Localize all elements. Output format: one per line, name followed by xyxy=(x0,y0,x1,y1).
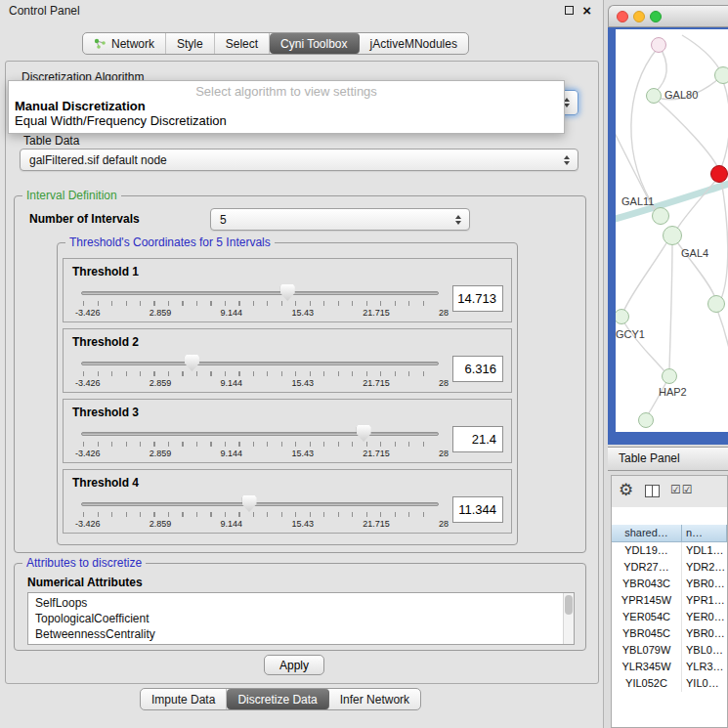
apply-button[interactable]: Apply xyxy=(264,655,324,675)
threshold-slider[interactable]: -3.4262.8599.14415.4321.71528 xyxy=(81,495,439,533)
table-row[interactable]: YDL19…YDL1… xyxy=(612,542,727,559)
network-node-gal4[interactable] xyxy=(663,226,682,245)
tab-cyni-toolbox[interactable]: Cyni Toolbox xyxy=(270,33,359,54)
tab-label: Cyni Toolbox xyxy=(280,37,347,51)
close-button[interactable] xyxy=(617,11,628,22)
slider-track[interactable] xyxy=(81,432,439,436)
table-data-value: galFiltered.sif default node xyxy=(21,153,559,167)
threshold-slider[interactable]: -3.4262.8599.14415.4321.71528 xyxy=(81,355,439,392)
scale-label: 28 xyxy=(439,378,449,388)
threshold-label: Threshold 4 xyxy=(72,476,139,490)
combo-arrows-icon xyxy=(450,215,465,225)
numerical-attributes-label: Numerical Attributes xyxy=(27,576,143,589)
interval-definition-title: Interval Definition xyxy=(22,189,121,202)
table-panel: ⚙ ☑☑ shared… n… YDL19…YDL1… YDR27…YDR2… … xyxy=(611,475,728,728)
scale-label: 21.715 xyxy=(363,519,390,529)
cell-name: YBR0… xyxy=(682,625,727,642)
tab-infer-network[interactable]: Infer Network xyxy=(329,689,420,709)
scale-label: 2.859 xyxy=(150,449,172,458)
table-data-select[interactable]: galFiltered.sif default node xyxy=(20,149,578,171)
columns-icon[interactable] xyxy=(645,485,660,497)
slider-scale: -3.4262.8599.14415.4321.71528 xyxy=(75,449,449,458)
num-intervals-label: Number of Intervals xyxy=(29,212,140,226)
close-window-icon[interactable]: × xyxy=(582,5,591,16)
network-canvas[interactable]: GAL80GAL11GAL4GCY1HAP2 xyxy=(616,29,728,432)
float-window-icon[interactable] xyxy=(565,6,574,15)
tab-style[interactable]: Style xyxy=(166,33,215,54)
tab-select[interactable]: Select xyxy=(215,33,270,54)
num-intervals-value: 5 xyxy=(211,213,450,227)
network-node-hap2[interactable] xyxy=(662,368,677,384)
table-row[interactable]: YIL052CYIL0… xyxy=(612,675,727,692)
attribute-item[interactable]: SelfLoops xyxy=(28,595,574,611)
settings-gear-icon[interactable]: ⚙ xyxy=(619,480,633,500)
attribute-item[interactable]: BetweennessCentrality xyxy=(28,626,574,642)
slider-thumb[interactable] xyxy=(185,355,199,371)
network-icon xyxy=(94,38,107,50)
threshold-slider[interactable]: -3.4262.8599.14415.4321.71528 xyxy=(81,425,439,462)
cell-shared-name: YBR043C xyxy=(612,576,682,592)
cell-shared-name: YBR045C xyxy=(612,625,682,642)
column-header-name[interactable]: n… xyxy=(682,525,727,542)
screen: Control Panel × Network Style Select Cyn… xyxy=(0,0,728,728)
threshold-label: Threshold 1 xyxy=(72,265,139,278)
table-row[interactable]: YLR345WYLR3… xyxy=(612,659,727,675)
slider-thumb[interactable] xyxy=(357,425,371,442)
slider-ticks xyxy=(83,371,437,376)
scrollbar-thumb[interactable] xyxy=(565,595,573,615)
minimize-button[interactable] xyxy=(633,11,645,22)
scale-label: 28 xyxy=(439,449,449,458)
slider-thumb[interactable] xyxy=(242,495,257,512)
select-rows-icons[interactable]: ☑☑ xyxy=(670,483,694,496)
threshold-value-input[interactable]: 6.316 xyxy=(452,356,503,382)
thresholds-group-title: Threshold's Coordinates for 5 Intervals xyxy=(65,236,275,249)
cell-name: YLR3… xyxy=(682,659,727,675)
cell-name: YPR1… xyxy=(682,592,727,609)
cell-shared-name: YIL052C xyxy=(612,675,682,692)
attribute-item[interactable]: TopologicalCoefficient xyxy=(28,611,574,626)
algorithm-option-manual[interactable]: Manual Discretization xyxy=(9,99,564,113)
tab-discretize-data[interactable]: Discretize Data xyxy=(227,689,328,709)
scale-label: -3.426 xyxy=(75,378,101,388)
network-node[interactable] xyxy=(707,295,725,313)
control-panel-window: Control Panel × Network Style Select Cyn… xyxy=(0,0,604,728)
cell-shared-name: YLR345W xyxy=(612,659,682,675)
threshold-panel: Threshold 1 14.713 -3.4262.8599.14415.43… xyxy=(63,258,512,322)
network-node[interactable] xyxy=(710,165,728,183)
scale-label: -3.426 xyxy=(75,519,101,529)
table-row[interactable]: YBL079WYBL0… xyxy=(612,642,727,659)
threshold-value-input[interactable]: 21.4 xyxy=(452,426,503,452)
threshold-value-input[interactable]: 11.344 xyxy=(452,496,503,523)
slider-track[interactable] xyxy=(81,502,439,506)
scale-label: 2.859 xyxy=(150,519,172,529)
network-node-gal80[interactable] xyxy=(646,88,662,104)
zoom-button[interactable] xyxy=(650,11,662,22)
node-label: GAL80 xyxy=(664,89,698,101)
slider-track[interactable] xyxy=(81,362,439,365)
slider-track[interactable] xyxy=(81,291,439,295)
tab-impute-data[interactable]: Impute Data xyxy=(141,689,227,709)
column-header-shared-name[interactable]: shared… xyxy=(612,525,682,542)
tab-jactivemodules[interactable]: jActiveMNodules xyxy=(360,33,468,54)
table-row[interactable]: YDR27…YDR2… xyxy=(612,559,727,576)
network-node-gal11[interactable] xyxy=(652,207,669,225)
threshold-value-input[interactable]: 14.713 xyxy=(452,285,503,312)
slider-thumb[interactable] xyxy=(280,284,295,301)
tab-network[interactable]: Network xyxy=(83,33,166,54)
table-row[interactable]: YER054CYER0… xyxy=(612,609,727,625)
scale-label: 9.144 xyxy=(221,449,243,458)
table-row[interactable]: YBR045CYBR0… xyxy=(612,625,727,642)
list-scrollbar[interactable] xyxy=(563,593,574,644)
num-intervals-select[interactable]: 5 xyxy=(210,208,470,231)
network-node[interactable] xyxy=(638,412,654,428)
network-node[interactable] xyxy=(714,66,728,84)
algorithm-option-equal-width[interactable]: Equal Width/Frequency Discretization xyxy=(9,113,564,128)
table-row[interactable]: YPR145WYPR1… xyxy=(612,592,727,609)
threshold-slider[interactable]: -3.4262.8599.14415.4321.71528 xyxy=(81,284,439,321)
tab-label: Discretize Data xyxy=(237,693,317,707)
tab-label: Select xyxy=(226,37,258,51)
node-label: GAL4 xyxy=(681,247,708,259)
node-label: GAL11 xyxy=(621,195,654,207)
network-node[interactable] xyxy=(651,37,666,53)
table-row[interactable]: YBR043CYBR0… xyxy=(612,576,727,592)
